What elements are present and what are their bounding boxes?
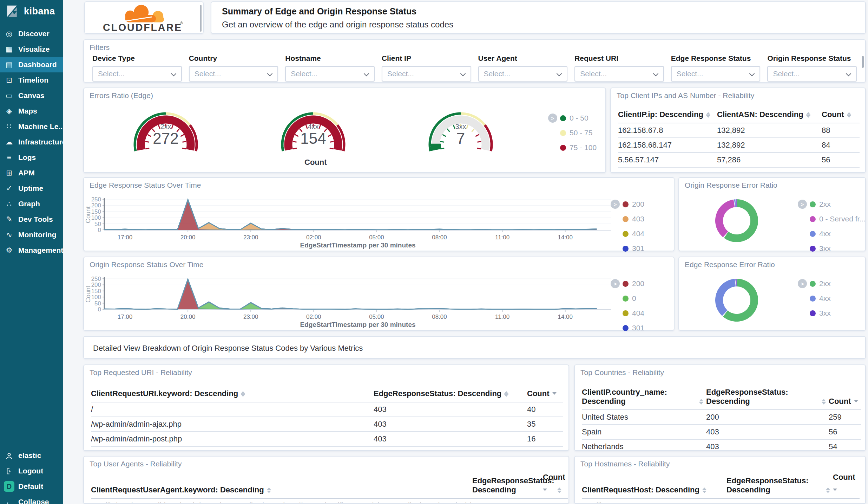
sidebar-item-logout[interactable]: Logout (0, 463, 63, 479)
filter-select-client-ip[interactable]: Select... (382, 66, 471, 82)
sidebar-item-management[interactable]: ⚙Management (0, 243, 63, 258)
sort-icon[interactable] (552, 388, 557, 397)
gauge-sublabel: 2xx (160, 123, 171, 130)
sort-icon[interactable] (822, 399, 826, 405)
table-cell: /wp-admin/admin-ajax.php (91, 417, 374, 432)
sidebar-item-infrastructure[interactable]: ☁Infrastructure (0, 134, 63, 150)
sort-icon[interactable] (826, 487, 830, 493)
legend-color-dot (623, 216, 629, 222)
legend-item-301[interactable]: 301 (623, 323, 644, 333)
sort-icon[interactable] (702, 487, 706, 493)
filters-scrollbar[interactable] (862, 56, 864, 68)
legend-label: 4xx (819, 230, 831, 238)
sidebar-item-apm[interactable]: ⊞APM (0, 165, 63, 181)
sidebar-item-machine-le[interactable]: ∷Machine Le... (0, 119, 63, 134)
legend-item-0-served-fr[interactable]: 0 - Served fr... (810, 214, 866, 224)
filter-select-country[interactable]: Select... (189, 66, 278, 82)
legend-item-3xx[interactable]: 3xx (810, 308, 831, 318)
column-header-clientrequesturi-keyword-descending[interactable]: ClientRequestURI.keyword: Descending (91, 386, 374, 402)
sidebar-item-timelion[interactable]: ⊡Timelion (0, 72, 63, 88)
sidebar-item-canvas[interactable]: ▭Canvas (0, 88, 63, 103)
sidebar-item-default[interactable]: DDefault (0, 479, 63, 494)
legend-expand-icon[interactable]: > (798, 200, 807, 209)
column-header-clientip-country-name-descending[interactable]: ClientIP.country_name: Descending (582, 386, 706, 410)
column-header-count[interactable]: Count (822, 108, 860, 123)
sort-icon[interactable] (699, 399, 703, 405)
sidebar-item-label: Default (18, 482, 43, 491)
filter-select-device-type[interactable]: Select... (92, 66, 182, 82)
kibana-logo[interactable]: kibana (0, 0, 63, 22)
filter-select-hostname[interactable]: Select... (285, 66, 375, 82)
legend-item-200[interactable]: 200 (623, 278, 644, 289)
legend-item-3xx[interactable]: 3xx (810, 243, 866, 254)
column-header-edgeresponsestatus-descending[interactable]: EdgeResponseStatus: Descending (706, 386, 829, 410)
sort-icon[interactable] (854, 395, 858, 405)
table-cell: Mozilla/5.0 (compatible; CloudFlare-Alwa… (91, 499, 472, 504)
filter-select-request-uri[interactable]: Select... (574, 66, 664, 82)
sidebar-item-dashboard[interactable]: ▤Dashboard (0, 57, 63, 72)
markdown-panel-scrollbar[interactable] (200, 5, 202, 32)
filter-select-edge-response-status[interactable]: Select... (671, 66, 761, 82)
sidebar-item-elastic[interactable]: elastic (0, 448, 63, 463)
sidebar-item-logs[interactable]: ≡Logs (0, 150, 63, 165)
sidebar-item-uptime[interactable]: ✓Uptime (0, 181, 63, 196)
column-header-edgeresponsestatus-descending[interactable]: EdgeResponseStatus: Descending (726, 471, 833, 499)
legend-item-200[interactable]: 200 (623, 199, 644, 209)
sort-icon[interactable] (504, 391, 508, 397)
sort-icon[interactable] (241, 391, 245, 397)
column-header-clientrequesthost-descending[interactable]: ClientRequestHost: Descending (582, 471, 726, 499)
legend-item-404[interactable]: 404 (623, 308, 644, 318)
legend-expand-icon[interactable]: > (611, 200, 620, 209)
legend-expand-icon[interactable]: > (611, 279, 620, 288)
legend-item-2xx[interactable]: 2xx (810, 278, 831, 289)
edge-status-area-chart[interactable]: 05010015020025017:0020:0023:0002:0005:00… (84, 178, 674, 251)
filter-select-user-agent[interactable]: Select... (478, 66, 568, 82)
column-header-count[interactable]: Count (833, 471, 860, 499)
sidebar-item-collapse[interactable]: ←Collapse (0, 494, 63, 504)
column-header-edgeresponsestatus-descending[interactable]: EdgeResponseStatus: Descending (472, 471, 543, 499)
sort-icon[interactable] (543, 484, 565, 493)
legend-item-404[interactable]: 404 (623, 228, 644, 239)
legend-item-403[interactable]: 403 (623, 214, 644, 224)
svg-text:100: 100 (91, 214, 101, 221)
column-header-count[interactable]: Count (543, 471, 568, 499)
filter-label: Origin Response Status (767, 54, 857, 63)
svg-text:11:00: 11:00 (495, 234, 509, 241)
legend-item-4xx[interactable]: 4xx (810, 228, 866, 239)
column-header-count[interactable]: Count (527, 386, 563, 402)
legend-item-301[interactable]: 301 (623, 243, 644, 254)
legend-item-75-100[interactable]: 75 - 100 (560, 142, 597, 153)
legend-color-dot (623, 231, 629, 237)
legend-expand-icon[interactable]: > (548, 114, 557, 123)
sidebar-item-dev-tools[interactable]: ✎Dev Tools (0, 212, 63, 227)
column-header-clientrequestuseragent-keyword-descending[interactable]: ClientRequestUserAgent.keyword: Descendi… (91, 471, 472, 499)
legend-expand-icon[interactable]: > (798, 279, 807, 288)
table-cell: 57,286 (717, 153, 822, 168)
sort-icon[interactable] (267, 487, 271, 493)
origin-error-ratio-donut[interactable] (679, 178, 795, 252)
column-header-clientasn-descending[interactable]: ClientASN: Descending (717, 108, 822, 123)
sidebar-item-maps[interactable]: ◈Maps (0, 103, 63, 119)
filter-select-origin-response-status[interactable]: Select... (767, 66, 857, 82)
column-header-edgeresponsestatus-descending[interactable]: EdgeResponseStatus: Descending (374, 386, 527, 402)
legend-item-0-50[interactable]: 0 - 50 (560, 113, 597, 123)
sort-icon[interactable] (847, 112, 851, 118)
column-header-count[interactable]: Count (829, 386, 861, 410)
legend-item-0[interactable]: 0 (623, 293, 644, 304)
edge-error-ratio-donut[interactable] (679, 257, 795, 331)
sidebar-item-monitoring[interactable]: ∿Monitoring (0, 227, 63, 243)
sidebar-item-discover[interactable]: ◎Discover (0, 26, 63, 41)
sidebar-footer: elasticLogoutDDefault←Collapse (0, 448, 63, 504)
legend-item-50-75[interactable]: 50 - 75 (560, 128, 597, 138)
kibana-dashboard: kibana ◎Discover▦Visualize▤Dashboard⊡Tim… (0, 0, 868, 504)
sort-icon[interactable] (806, 112, 810, 118)
sidebar-item-visualize[interactable]: ▦Visualize (0, 41, 63, 57)
legend-item-2xx[interactable]: 2xx (810, 199, 866, 209)
origin-status-area-chart[interactable]: 05010015020025017:0020:0023:0002:0005:00… (84, 257, 674, 330)
svg-text:05:00: 05:00 (369, 234, 384, 241)
sort-icon[interactable] (706, 112, 710, 118)
sidebar-item-graph[interactable]: ∴Graph (0, 196, 63, 212)
legend-item-4xx[interactable]: 4xx (810, 293, 831, 304)
sort-icon[interactable] (833, 484, 855, 493)
column-header-clientip-ip-descending[interactable]: ClientIP.ip: Descending (618, 108, 717, 123)
